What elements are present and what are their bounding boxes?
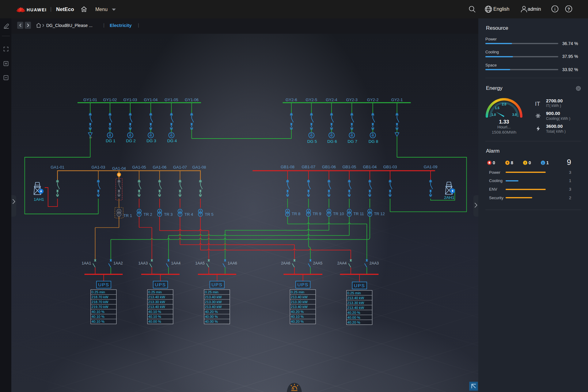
svg-text:GB1-05: GB1-05: [342, 165, 356, 169]
svg-text:213.40 kW: 213.40 kW: [347, 306, 364, 310]
svg-text:!: !: [525, 161, 526, 165]
svg-text:GY2-1: GY2-1: [391, 97, 403, 102]
svg-text:GY1-05: GY1-05: [165, 97, 178, 102]
svg-text:1AA2: 1AA2: [113, 261, 123, 265]
svg-text:TR 8: TR 8: [292, 211, 300, 216]
svg-text:TR 11: TR 11: [353, 211, 364, 216]
svg-text:UPS: UPS: [155, 282, 166, 287]
svg-text:0.25 min: 0.25 min: [347, 291, 361, 295]
svg-text:TR 3: TR 3: [164, 212, 173, 217]
svg-text:40.20 %: 40.20 %: [291, 320, 304, 323]
svg-text:40.00 %: 40.00 %: [205, 315, 218, 318]
svg-text:213.40 kW: 213.40 kW: [347, 296, 364, 300]
svg-text:DG 3: DG 3: [146, 139, 156, 143]
svg-text:TR 12: TR 12: [374, 211, 385, 216]
svg-text:2AH1: 2AH1: [444, 195, 454, 200]
svg-text:40.10 %: 40.10 %: [148, 315, 161, 318]
svg-text:40.20 %: 40.20 %: [347, 321, 360, 324]
svg-text:GY1-01: GY1-01: [83, 97, 97, 102]
svg-text:UPS: UPS: [354, 283, 365, 288]
svg-text:GA1-09: GA1-09: [424, 165, 438, 169]
svg-text:DG 6: DG 6: [327, 139, 337, 144]
svg-text:GB1-04: GB1-04: [363, 165, 377, 169]
svg-text:213.40 kW: 213.40 kW: [291, 305, 308, 309]
svg-text:213.30 kW: 213.30 kW: [148, 300, 165, 304]
svg-text:213.40 kW: 213.40 kW: [205, 295, 222, 299]
svg-text:0.25 min: 0.25 min: [148, 290, 162, 294]
svg-text:2AA3: 2AA3: [370, 261, 379, 265]
svg-text:40.20 %: 40.20 %: [291, 310, 304, 314]
svg-text:1AA5: 1AA5: [195, 261, 205, 265]
svg-text:DG 5: DG 5: [307, 139, 317, 144]
svg-text:GY2-5: GY2-5: [306, 97, 317, 102]
svg-text:40.00 %: 40.00 %: [347, 316, 360, 319]
svg-text:40.10 %: 40.10 %: [92, 310, 104, 314]
svg-text:GY1-04: GY1-04: [144, 97, 158, 102]
svg-text:i: i: [542, 161, 543, 165]
svg-text:213.40 kW: 213.40 kW: [291, 295, 308, 299]
svg-text:GY1-03: GY1-03: [123, 97, 137, 102]
svg-text:TR 2: TR 2: [144, 212, 152, 217]
svg-text:GB1-03: GB1-03: [383, 165, 397, 169]
svg-text:213.30 kW: 213.30 kW: [205, 300, 222, 304]
svg-text:1AA4: 1AA4: [171, 261, 181, 265]
svg-text:DG 4: DG 4: [167, 139, 177, 143]
svg-text:0.25 min: 0.25 min: [92, 290, 105, 294]
svg-text:TR 10: TR 10: [333, 211, 344, 216]
svg-text:0.25 min: 0.25 min: [205, 290, 218, 294]
svg-text:GA1-03: GA1-03: [91, 165, 105, 169]
svg-text:GY2-2: GY2-2: [367, 97, 379, 102]
svg-text:TR 1: TR 1: [123, 213, 132, 218]
svg-text:TR 4: TR 4: [184, 212, 193, 217]
svg-text:DG 7: DG 7: [347, 139, 357, 144]
svg-text:2AA6: 2AA6: [281, 261, 290, 265]
svg-text:0.25 min: 0.25 min: [291, 290, 304, 294]
svg-text:40.20 %: 40.20 %: [205, 310, 218, 314]
svg-text:218.70 kW: 218.70 kW: [92, 300, 108, 304]
svg-text:213.30 kW: 213.30 kW: [291, 300, 308, 304]
svg-text:GB1-07: GB1-07: [302, 165, 315, 169]
svg-text:TR 9: TR 9: [313, 211, 321, 216]
svg-text:GY2-3: GY2-3: [346, 97, 358, 102]
svg-text:1AA3: 1AA3: [138, 261, 148, 265]
svg-text:GB1-08: GB1-08: [281, 165, 294, 169]
svg-text:10: 10: [89, 136, 92, 139]
svg-text:2AA5: 2AA5: [313, 261, 323, 265]
svg-text:UPS: UPS: [98, 282, 109, 287]
svg-text:40.00 %: 40.00 %: [205, 320, 218, 323]
svg-text:219.70 kW: 219.70 kW: [92, 305, 108, 309]
svg-text:UPS: UPS: [298, 282, 309, 287]
svg-text:3.0: 3.0: [512, 113, 517, 116]
svg-text:213.40 kW: 213.40 kW: [148, 305, 165, 309]
svg-text:213.40 kW: 213.40 kW: [148, 295, 165, 299]
svg-text:TR 5: TR 5: [205, 212, 214, 217]
svg-text:40.10 %: 40.10 %: [291, 315, 304, 318]
svg-text:DG 1: DG 1: [106, 139, 116, 143]
svg-text:40.20 %: 40.20 %: [347, 311, 360, 314]
svg-text:GY1-02: GY1-02: [103, 97, 117, 102]
svg-text:1AH1: 1AH1: [34, 197, 44, 202]
svg-text:GA1-08: GA1-08: [192, 165, 206, 169]
svg-text:40.10 %: 40.10 %: [92, 320, 104, 323]
svg-text:GY2-6: GY2-6: [286, 97, 297, 102]
svg-text:GB1-06: GB1-06: [322, 165, 336, 169]
svg-text:2.0: 2.0: [502, 102, 506, 106]
svg-text:UPS: UPS: [211, 282, 222, 287]
svg-text:213.40 kW: 213.40 kW: [205, 305, 222, 309]
svg-text:DG 2: DG 2: [126, 139, 136, 143]
svg-text:1AA6: 1AA6: [228, 261, 237, 265]
svg-text:213.30 kW: 213.30 kW: [347, 301, 364, 305]
svg-text:GA1-04: GA1-04: [112, 166, 126, 171]
svg-text:GY1-06: GY1-06: [185, 97, 199, 102]
svg-text:?: ?: [567, 7, 570, 12]
svg-text:GY2-4: GY2-4: [326, 97, 337, 102]
svg-text:40.00 %: 40.00 %: [148, 320, 161, 323]
svg-text:40.10 %: 40.10 %: [92, 315, 104, 318]
svg-text:DG 8: DG 8: [369, 139, 378, 144]
svg-text:i: i: [554, 7, 555, 12]
svg-text:218.70 kW: 218.70 kW: [92, 295, 108, 299]
svg-text:1.0: 1.0: [491, 113, 496, 116]
svg-text:2AA4: 2AA4: [337, 261, 347, 265]
svg-text:GA1-01: GA1-01: [51, 165, 64, 169]
svg-text:40.10 %: 40.10 %: [148, 310, 161, 314]
